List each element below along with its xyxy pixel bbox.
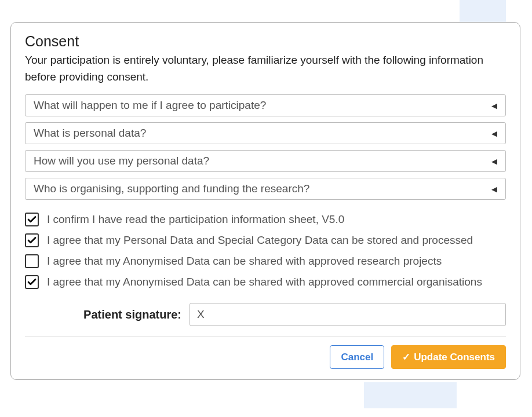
consent-label: I agree that my Personal Data and Specia… <box>47 234 473 247</box>
accordion-item-participate[interactable]: What will happen to me if I agree to par… <box>25 94 506 116</box>
footer-actions: Cancel ✓ Update Consents <box>25 345 506 369</box>
consent-row: I confirm I have read the participation … <box>25 213 506 226</box>
accordion-label: How will you use my personal data? <box>34 155 209 167</box>
panel-title: Consent <box>25 33 506 50</box>
consent-label: I agree that my Anonymised Data can be s… <box>47 255 442 268</box>
update-button-label: Update Consents <box>414 352 495 363</box>
cancel-button-label: Cancel <box>341 352 373 363</box>
chevron-left-icon: ◀ <box>491 157 497 166</box>
panel-subtitle: Your participation is entirely voluntary… <box>25 52 506 85</box>
accordion-label: What is personal data? <box>34 127 146 140</box>
check-icon <box>27 235 37 246</box>
chevron-left-icon: ◀ <box>491 129 497 138</box>
accordion-label: Who is organising, supporting and fundin… <box>34 182 309 195</box>
signature-input[interactable] <box>190 303 506 326</box>
chevron-left-icon: ◀ <box>491 185 497 193</box>
signature-label: Patient signature: <box>25 308 181 321</box>
cancel-button[interactable]: Cancel <box>330 345 384 369</box>
accordion-item-organising[interactable]: Who is organising, supporting and fundin… <box>25 178 506 200</box>
consent-row: I agree that my Anonymised Data can be s… <box>25 275 506 289</box>
check-icon <box>27 277 37 287</box>
check-icon <box>27 214 37 225</box>
consent-checkbox[interactable] <box>25 275 39 289</box>
consent-label: I agree that my Anonymised Data can be s… <box>47 276 482 288</box>
decorative-accent-bottom <box>364 382 457 408</box>
consent-checkbox[interactable] <box>25 233 39 247</box>
update-consents-button[interactable]: ✓ Update Consents <box>391 345 506 369</box>
consent-checkbox[interactable] <box>25 254 39 268</box>
accordion-item-personal-data[interactable]: What is personal data? ◀ <box>25 122 506 144</box>
consent-label: I confirm I have read the participation … <box>47 213 344 226</box>
check-icon: ✓ <box>402 351 410 363</box>
accordion-item-use-data[interactable]: How will you use my personal data? ◀ <box>25 150 506 172</box>
divider <box>25 336 506 337</box>
consent-panel: Consent Your participation is entirely v… <box>10 22 520 380</box>
chevron-left-icon: ◀ <box>491 101 497 110</box>
consent-row: I agree that my Personal Data and Specia… <box>25 233 506 247</box>
consent-row: I agree that my Anonymised Data can be s… <box>25 254 506 268</box>
consent-checkbox[interactable] <box>25 213 39 226</box>
accordion-label: What will happen to me if I agree to par… <box>34 99 266 112</box>
consent-list: I confirm I have read the participation … <box>25 213 506 289</box>
signature-row: Patient signature: <box>25 303 506 326</box>
